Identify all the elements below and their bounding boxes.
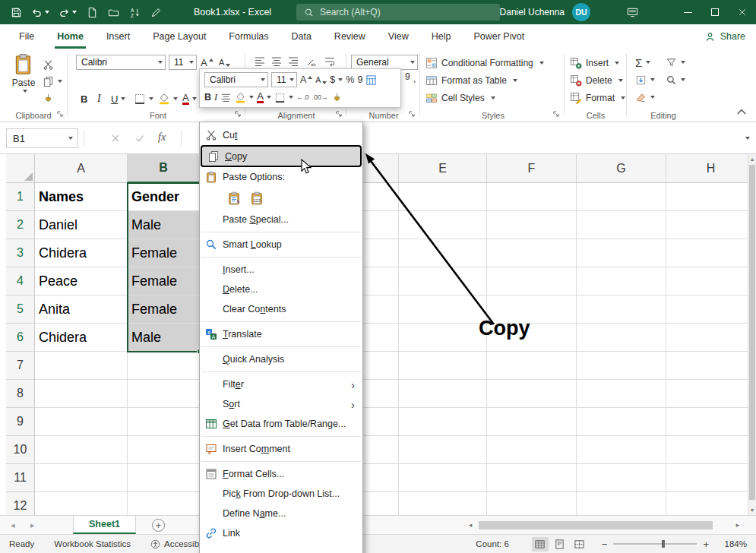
- bold-button[interactable]: B: [204, 92, 211, 103]
- increase-decimal-icon[interactable]: .00→: [312, 93, 328, 101]
- percent-style-icon[interactable]: %: [346, 74, 354, 85]
- row-header-2[interactable]: 2: [6, 211, 35, 239]
- font-color-button[interactable]: A: [182, 92, 197, 106]
- fill-color-button[interactable]: [158, 92, 178, 106]
- cell-E5[interactable]: [399, 295, 487, 324]
- horizontal-scrollbar[interactable]: ◂ ▸: [465, 520, 743, 530]
- next-sheet-icon[interactable]: ▸: [30, 516, 35, 534]
- find-select-button[interactable]: [666, 73, 685, 87]
- close-button[interactable]: [729, 0, 756, 24]
- scroll-down-icon[interactable]: ▾: [748, 505, 756, 515]
- cell-E2[interactable]: [399, 211, 487, 239]
- cell-F12[interactable]: [487, 492, 577, 515]
- comma-style-icon[interactable]: 9: [357, 74, 362, 85]
- cell-A6[interactable]: Chidera: [35, 324, 128, 352]
- horizontal-scroll-thumb[interactable]: [479, 521, 713, 529]
- open-folder-icon[interactable]: [106, 5, 120, 19]
- cell-A9[interactable]: [35, 408, 128, 436]
- maximize-button[interactable]: [701, 0, 729, 24]
- cell-A5[interactable]: Anita: [35, 295, 128, 324]
- cell-A7[interactable]: [35, 352, 128, 380]
- minimize-button[interactable]: [674, 0, 701, 24]
- cell-B9[interactable]: [128, 408, 200, 436]
- vertical-scroll-thumb[interactable]: [749, 165, 755, 500]
- italic-button[interactable]: I: [214, 92, 217, 103]
- delete-cells-button[interactable]: Delete: [570, 73, 623, 88]
- row-header-7[interactable]: 7: [6, 352, 35, 380]
- tab-page-layout[interactable]: Page Layout: [141, 24, 217, 49]
- font-color-icon[interactable]: A: [257, 92, 271, 103]
- menu-item-cut[interactable]: Cut: [200, 125, 362, 145]
- menu-item-copy[interactable]: Copy: [201, 145, 362, 167]
- sheet-tab-sheet1[interactable]: Sheet1: [73, 516, 136, 534]
- menu-item-clear-contents[interactable]: Clear Contents: [200, 299, 362, 319]
- cell-B2[interactable]: Male: [128, 211, 200, 239]
- cell-B1[interactable]: Gender: [128, 183, 200, 211]
- cell-styles-button[interactable]: Cell Styles: [425, 90, 495, 106]
- zoom-slider-thumb[interactable]: [662, 540, 665, 548]
- scroll-up-icon[interactable]: ▴: [748, 154, 756, 164]
- cell-F11[interactable]: [487, 464, 577, 492]
- cell-B6[interactable]: Male: [128, 324, 200, 352]
- cell-G5[interactable]: [577, 295, 666, 324]
- tab-file[interactable]: File: [8, 24, 46, 49]
- tab-formulas[interactable]: Formulas: [217, 24, 280, 49]
- fill-button[interactable]: [635, 73, 655, 87]
- paste-keep-formatting-icon[interactable]: [226, 190, 242, 207]
- cell-B11[interactable]: [128, 464, 200, 492]
- cell-H1[interactable]: [666, 183, 750, 211]
- row-header-9[interactable]: 9: [6, 408, 35, 436]
- add-sheet-button[interactable]: +: [152, 519, 165, 532]
- redo-icon[interactable]: [58, 5, 77, 19]
- tab-power-pivot[interactable]: Power Pivot: [462, 24, 536, 49]
- wrap-text-icon[interactable]: [324, 55, 337, 69]
- cell-F2[interactable]: [487, 211, 577, 239]
- scroll-right-icon[interactable]: ▸: [732, 521, 743, 529]
- comma-style-icon[interactable]: 9: [405, 71, 410, 82]
- decrease-decimal-icon[interactable]: ←.0: [296, 93, 309, 101]
- column-header-G[interactable]: G: [577, 154, 666, 183]
- accounting-format-icon[interactable]: $: [330, 74, 343, 85]
- user-name[interactable]: Daniel Uchenna: [500, 7, 565, 17]
- row-header-11[interactable]: 11: [6, 464, 35, 492]
- row-header-8[interactable]: 8: [6, 380, 35, 408]
- cell-A2[interactable]: Daniel: [35, 211, 128, 239]
- cell-H9[interactable]: [666, 408, 750, 436]
- cell-G12[interactable]: [577, 492, 666, 515]
- bold-button[interactable]: B: [81, 92, 87, 106]
- cell-E3[interactable]: [399, 239, 487, 267]
- zoom-out-button[interactable]: −: [602, 539, 608, 550]
- draw-icon[interactable]: [149, 5, 163, 19]
- font-size-combo[interactable]: 11: [169, 55, 197, 70]
- cell-A1[interactable]: Names: [35, 183, 128, 211]
- mini-font-name-combo[interactable]: Calibri: [204, 72, 268, 87]
- paste-values-icon[interactable]: 123: [248, 190, 265, 207]
- column-header-F[interactable]: F: [487, 154, 577, 183]
- cell-H3[interactable]: [666, 239, 750, 267]
- clear-button[interactable]: [635, 90, 655, 104]
- cell-B4[interactable]: Female: [128, 267, 200, 295]
- font-name-combo[interactable]: Calibri: [76, 55, 166, 70]
- number-dialog-launcher[interactable]: [408, 110, 416, 118]
- cell-E10[interactable]: [399, 436, 487, 464]
- vertical-scrollbar[interactable]: ▴ ▾: [748, 154, 756, 515]
- cell-E11[interactable]: [399, 464, 487, 492]
- fill-color-icon[interactable]: [235, 92, 254, 103]
- cell-B3[interactable]: Female: [128, 239, 200, 267]
- cell-A3[interactable]: Chidera: [35, 239, 128, 267]
- cancel-icon[interactable]: [111, 134, 120, 143]
- cell-H11[interactable]: [666, 464, 750, 492]
- align-top-icon[interactable]: [254, 55, 267, 69]
- cell-G6[interactable]: [577, 324, 666, 352]
- cell-G3[interactable]: [577, 239, 666, 267]
- column-header-H[interactable]: H: [666, 154, 750, 183]
- styles-dialog-launcher[interactable]: [552, 110, 561, 118]
- cell-H4[interactable]: [666, 267, 750, 295]
- format-painter-button[interactable]: [43, 91, 64, 105]
- cell-B12[interactable]: [128, 492, 200, 515]
- cell-A8[interactable]: [35, 380, 128, 408]
- menu-item-filter[interactable]: Filter›: [200, 374, 362, 394]
- normal-view-icon[interactable]: [532, 537, 549, 551]
- cell-G7[interactable]: [577, 352, 666, 380]
- undo-icon[interactable]: [30, 5, 50, 19]
